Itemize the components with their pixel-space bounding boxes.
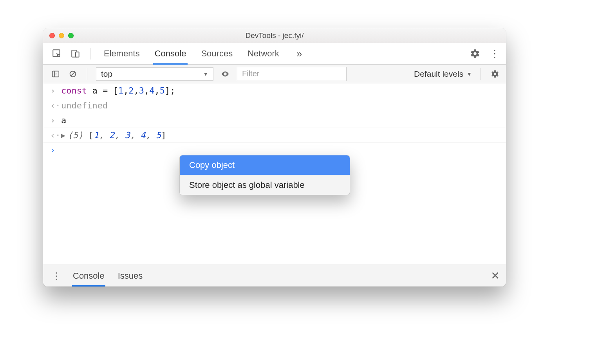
context-menu-copy-object[interactable]: Copy object [180,155,350,175]
drawer-tabs: Console Issues [73,265,143,287]
chevron-down-icon: ▼ [466,71,472,77]
close-window-button[interactable] [49,33,55,38]
filter-input[interactable] [237,67,347,81]
panel-tabs: Elements Console Sources Network [104,43,279,64]
svg-rect-0 [53,50,60,56]
device-toggle-icon[interactable] [69,47,82,60]
drawer-tab-issues[interactable]: Issues [118,265,143,287]
zoom-window-button[interactable] [68,33,74,38]
console-code[interactable]: a [61,115,502,125]
input-prompt-icon: › [50,115,61,125]
tab-network[interactable]: Network [248,43,279,64]
log-levels-select[interactable]: Default levels ▼ [414,69,472,79]
tab-sources[interactable]: Sources [201,43,233,64]
toggle-sidebar-icon[interactable] [50,68,61,79]
kebab-menu-icon[interactable]: ⋮ [487,48,502,60]
settings-gear-icon[interactable] [468,47,482,60]
console-result-line: ‹· ▶(5) [1, 2, 3, 4, 5] [43,128,506,143]
clear-console-icon[interactable] [67,68,78,79]
execution-context-value: top [101,69,112,79]
tab-elements[interactable]: Elements [104,43,140,64]
console-settings-gear-icon[interactable] [490,68,500,79]
console-result-line: ‹· undefined [43,98,506,113]
active-prompt-icon: › [50,145,61,155]
minimize-window-button[interactable] [59,33,64,38]
output-indicator-icon: ‹· [50,101,61,110]
console-undefined: undefined [61,101,502,110]
console-array-result[interactable]: ▶(5) [1, 2, 3, 4, 5] [61,130,502,140]
main-toolbar: Elements Console Sources Network » ⋮ [43,43,506,65]
inspect-element-icon[interactable] [50,47,63,60]
console-toolbar: top ▼ Default levels ▼ [43,65,506,83]
context-menu: Copy object Store object as global varia… [179,155,350,195]
expand-triangle-icon[interactable]: ▶ [61,131,65,139]
output-indicator-icon: ‹· [50,130,61,140]
window-titlebar: DevTools - jec.fyi/ [43,28,506,43]
console-input-line: › const a = [1,2,3,4,5]; [43,83,506,98]
drawer-toolbar: ⋮ Console Issues ✕ [43,265,506,287]
drawer-tab-console[interactable]: Console [73,265,105,287]
console-code[interactable]: const a = [1,2,3,4,5]; [61,86,502,96]
execution-context-select[interactable]: top ▼ [96,67,213,81]
input-prompt-icon: › [50,86,61,96]
traffic-lights [43,33,74,38]
live-expression-eye-icon[interactable] [220,68,231,79]
drawer-close-icon[interactable]: ✕ [491,269,500,282]
toolbar-separator [481,68,481,80]
console-input-line: › a [43,113,506,128]
context-menu-store-global[interactable]: Store object as global variable [180,175,350,195]
chevron-down-icon: ▼ [203,71,208,77]
log-levels-label: Default levels [414,69,463,79]
more-tabs-icon[interactable]: » [296,48,302,60]
tab-console[interactable]: Console [155,43,186,64]
toolbar-separator [90,48,90,59]
toolbar-separator [87,68,87,80]
drawer-kebab-icon[interactable]: ⋮ [49,270,63,281]
svg-rect-2 [76,52,79,57]
window-title: DevTools - jec.fyi/ [43,31,506,40]
